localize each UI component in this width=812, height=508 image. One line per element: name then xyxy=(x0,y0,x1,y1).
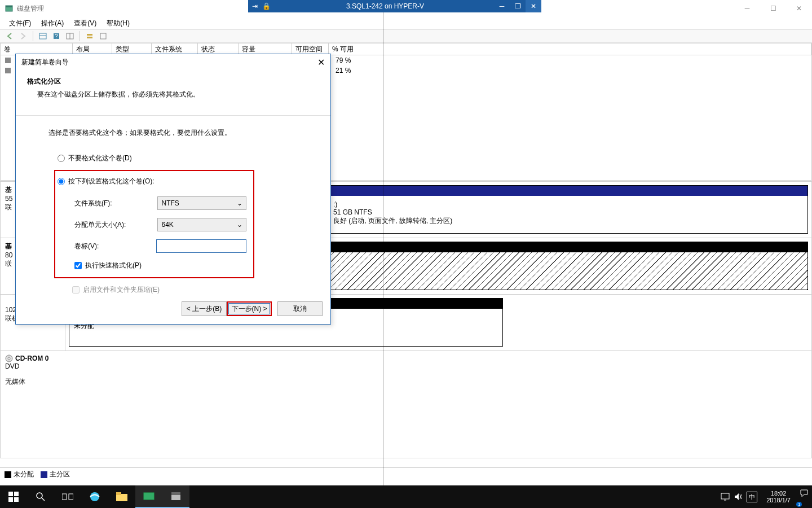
col-capacity[interactable]: 容量 xyxy=(239,43,292,55)
cdrom-name: CD-ROM 0 xyxy=(15,354,48,362)
compress-row: 启用文件和文件夹压缩(E) xyxy=(72,285,319,295)
taskbar-disk-mgmt[interactable] xyxy=(162,485,189,508)
svg-rect-20 xyxy=(69,494,73,500)
back-button[interactable]: < 上一步(B) xyxy=(182,301,227,316)
svg-rect-23 xyxy=(116,492,121,495)
maximize-button[interactable]: ☐ xyxy=(760,0,786,17)
tray-date: 2018/1/7 xyxy=(766,497,791,503)
col-layout[interactable]: 布局 xyxy=(73,43,112,55)
menu-help[interactable]: 帮助(H) xyxy=(102,17,134,29)
tray-ime[interactable]: 中 xyxy=(747,492,757,502)
svg-rect-28 xyxy=(721,493,729,499)
compress-label: 启用文件和文件夹压缩(E) xyxy=(83,285,160,295)
svg-point-17 xyxy=(37,493,42,498)
app-icon xyxy=(5,4,14,13)
row-percent: 21 % xyxy=(336,67,351,75)
svg-rect-19 xyxy=(62,494,67,500)
menu-action[interactable]: 操作(A) xyxy=(37,17,68,29)
fs-select[interactable]: NTFS ⌄ xyxy=(157,196,246,210)
taskbar-ie[interactable] xyxy=(81,485,108,508)
svg-rect-1 xyxy=(6,6,12,7)
svg-point-21 xyxy=(90,492,99,501)
svg-rect-27 xyxy=(171,492,180,495)
toolbar-btn-5[interactable] xyxy=(97,30,109,42)
svg-point-12 xyxy=(8,357,10,360)
task-view-button[interactable] xyxy=(54,485,81,508)
back-button[interactable] xyxy=(3,30,16,42)
search-button[interactable] xyxy=(27,485,54,508)
taskbar-server-manager[interactable] xyxy=(135,485,162,508)
new-simple-volume-wizard: 新建简单卷向导 ✕ 格式化分区 要在这个磁盘分区上储存数据，你必须先将其格式化。… xyxy=(15,54,331,325)
volume-icon xyxy=(5,68,11,73)
start-button[interactable] xyxy=(0,485,27,508)
tray-action-center-icon[interactable]: 1 xyxy=(800,489,809,505)
cancel-button[interactable]: 取消 xyxy=(277,301,323,316)
legend-swatch-primary xyxy=(41,471,47,478)
partition-box[interactable]: :) 51 GB NTFS 良好 (启动, 页面文件, 故障转储, 主分区) xyxy=(328,185,808,234)
hyperv-title: 3.SQL1-242 on HYPER-V xyxy=(276,2,494,10)
hyperv-close-button[interactable]: ✕ xyxy=(526,0,541,12)
hyperv-restore-button[interactable]: ❐ xyxy=(510,0,526,12)
taskbar: 中 18:02 2018/1/7 1 xyxy=(0,485,812,508)
radio-no-format-label: 不要格式化这个卷(D) xyxy=(68,154,132,163)
col-percent[interactable]: % 可用 xyxy=(329,43,811,55)
au-value: 64K xyxy=(161,221,173,229)
wizard-close-button[interactable]: ✕ xyxy=(317,57,325,68)
radio-format-row[interactable]: 按下列设置格式化这个卷(O): xyxy=(58,177,246,186)
refresh-button[interactable]: ? xyxy=(50,30,63,42)
quick-format-label: 执行快速格式化(P) xyxy=(85,261,142,270)
row-percent: 79 % xyxy=(336,56,351,64)
wizard-instruction: 选择是否要格式化这个卷；如果要格式化，要使用什么设置。 xyxy=(48,128,319,138)
wizard-subtext: 要在这个磁盘分区上储存数据，你必须先将其格式化。 xyxy=(37,90,319,99)
system-tray: 中 18:02 2018/1/7 1 xyxy=(721,485,809,508)
forward-button[interactable] xyxy=(17,30,29,42)
radio-no-format[interactable] xyxy=(58,155,65,162)
svg-rect-13 xyxy=(8,492,13,496)
legend-unalloc: 未分配 xyxy=(14,470,34,478)
tray-time: 18:02 xyxy=(766,490,791,497)
partition-status: 良好 (启动, 页面文件, 故障转储, 主分区) xyxy=(333,216,803,226)
compress-checkbox xyxy=(72,286,80,294)
vl-label: 卷标(V): xyxy=(74,242,156,251)
toolbar-btn-1[interactable] xyxy=(37,30,49,42)
svg-rect-10 xyxy=(100,33,106,39)
menu-view[interactable]: 查看(V) xyxy=(69,17,101,29)
svg-rect-16 xyxy=(14,497,19,502)
col-volume[interactable]: 卷 xyxy=(1,43,73,55)
toolbar-btn-3[interactable] xyxy=(64,30,76,42)
radio-no-format-row[interactable]: 不要格式化这个卷(D) xyxy=(58,154,319,163)
menu-file[interactable]: 文件(F) xyxy=(5,17,36,29)
toolbar-btn-4[interactable] xyxy=(83,30,96,42)
tray-volume-icon[interactable] xyxy=(734,493,742,501)
legend-primary: 主分区 xyxy=(50,470,70,478)
fs-value: NTFS xyxy=(161,199,179,207)
svg-line-18 xyxy=(42,498,45,501)
chevron-down-icon: ⌄ xyxy=(237,221,242,229)
au-select[interactable]: 64K ⌄ xyxy=(157,218,246,231)
radio-format[interactable] xyxy=(58,178,65,185)
wizard-heading: 格式化分区 xyxy=(27,77,319,86)
legend-bar: 未分配 主分区 xyxy=(0,467,812,481)
svg-text:?: ? xyxy=(55,33,58,40)
chevron-down-icon: ⌄ xyxy=(237,199,242,207)
hyperv-minimize-button[interactable]: ─ xyxy=(494,0,510,12)
tray-clock[interactable]: 18:02 2018/1/7 xyxy=(766,490,791,503)
volume-label-input[interactable] xyxy=(156,239,246,253)
vm-window-edge xyxy=(383,12,384,485)
col-fs[interactable]: 文件系统 xyxy=(152,43,198,55)
au-label: 分配单元大小(A): xyxy=(74,220,157,230)
close-button[interactable]: ✕ xyxy=(786,0,812,17)
next-button[interactable]: 下一步(N) > xyxy=(227,301,272,316)
quick-format-checkbox[interactable] xyxy=(74,262,82,269)
fs-label: 文件系统(F): xyxy=(74,199,157,208)
tray-network-icon[interactable] xyxy=(721,493,730,501)
lock-icon: 🔒 xyxy=(262,2,271,10)
svg-rect-15 xyxy=(8,497,13,502)
col-status[interactable]: 状态 xyxy=(198,43,239,55)
col-free[interactable]: 可用空间 xyxy=(292,43,329,55)
pin-icon[interactable]: ⇥ xyxy=(252,2,258,10)
taskbar-explorer[interactable] xyxy=(108,485,135,508)
col-type[interactable]: 类型 xyxy=(112,43,152,55)
minimize-button[interactable]: ─ xyxy=(734,0,760,17)
legend-swatch-unalloc xyxy=(5,471,11,478)
